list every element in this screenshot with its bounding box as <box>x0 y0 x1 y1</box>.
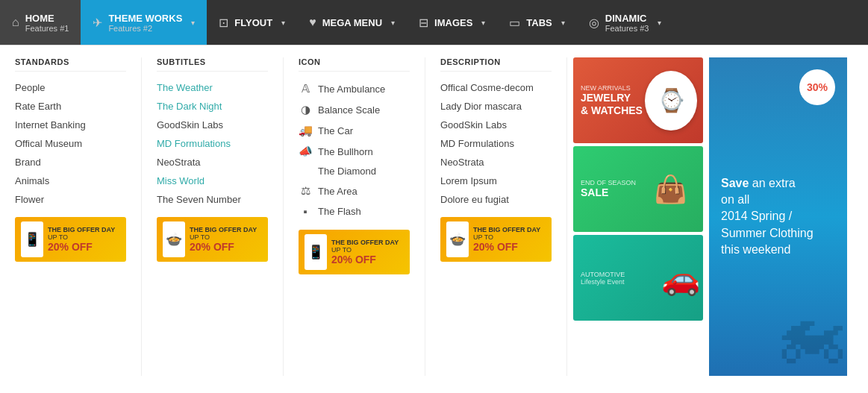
flyout-icon: ⊡ <box>219 16 228 30</box>
plane-icon: ✈ <box>93 16 102 30</box>
col-subtitles: SUBTITLES The Weather The Dark Night Goo… <box>142 57 284 376</box>
standards-animals-link[interactable]: Animals <box>15 175 49 186</box>
chevron-down-icon: ▾ <box>658 19 661 27</box>
list-item: Offical Cosme-decom <box>440 82 552 93</box>
col-description: DESCRIPTION Offical Cosme-decom Lady Dio… <box>425 57 567 376</box>
chevron-down-icon: ▾ <box>191 19 195 27</box>
jewelry-tag: New Arrivals <box>581 84 643 92</box>
watch-icon: ⌚ <box>645 71 697 131</box>
desc-goodskin-link[interactable]: GoodSkin Labs <box>440 119 507 131</box>
area-link[interactable]: The Area <box>318 186 357 197</box>
col-icon-header: ICON <box>299 57 410 72</box>
images-icon: ⊟ <box>419 16 428 30</box>
nav-flyout[interactable]: ⊡ FLYOUT ▾ <box>207 0 297 45</box>
promo-up-to4: UP TO <box>473 233 546 241</box>
desc-dolore-link[interactable]: Dolore eu fugiat <box>440 194 509 205</box>
desc-lorem-link[interactable]: Lorem Ipsum <box>440 175 497 186</box>
subtitles-md-link[interactable]: MD Formulations <box>157 138 231 149</box>
amazon-icon: 𝔸 <box>299 82 312 95</box>
col-description-header: DESCRIPTION <box>440 57 552 72</box>
nav-tabs-main: TABS <box>526 17 552 28</box>
standards-list: People Rate Earth Internet Banking Offic… <box>15 82 126 205</box>
chevron-down-icon: ▾ <box>561 19 565 27</box>
right-banners: New Arrivals JEWELRY& WATCHES ⌚ END OF S… <box>567 57 709 376</box>
promo-percent-off3: 20% OFF <box>331 254 404 265</box>
desc-lady-dior-link[interactable]: Lady Dior mascara <box>440 101 522 112</box>
promo-text: THE BIG OFFER DAY UP TO 20% OFF <box>48 226 120 253</box>
list-item: MD Formulations <box>440 138 552 149</box>
desc-md-link[interactable]: MD Formulations <box>440 138 514 149</box>
promo-banner-standards[interactable]: 📱 THE BIG OFFER DAY UP TO 20% OFF <box>15 217 126 262</box>
diamond-link[interactable]: The Diamond <box>318 166 376 177</box>
scale-icon: ⚖ <box>299 184 312 198</box>
list-item: The Weather <box>157 82 268 93</box>
nav-images-main: IMAGES <box>434 17 472 28</box>
truck-icon: 🚚 <box>299 124 312 137</box>
standards-internet-banking-link[interactable]: Internet Banking <box>15 119 86 131</box>
sale-banner[interactable]: END OF SEASON SALE 👜 <box>573 146 703 232</box>
desc-neostrata-link[interactable]: NeoStrata <box>440 157 484 168</box>
home-icon: ⌂ <box>12 16 19 29</box>
nav-home-sub: Features #1 <box>25 24 69 33</box>
desc-cosme-link[interactable]: Offical Cosme-decom <box>440 82 534 93</box>
list-item: NeoStrata <box>157 157 268 168</box>
standards-rate-earth-link[interactable]: Rate Earth <box>15 101 61 112</box>
ambulance-link[interactable]: The Ambulance <box>318 84 385 95</box>
nav-dinamic[interactable]: ◎ DINAMIC Features #3 ▾ <box>577 0 674 45</box>
list-item: Rate Earth <box>15 101 126 112</box>
promo-percent-off2: 20% OFF <box>190 241 262 253</box>
subtitles-goodskin-link[interactable]: GoodSkin Labs <box>157 119 223 131</box>
promo-text: THE BIG OFFER DAY UP TO 20% OFF <box>190 226 262 253</box>
promo-up-to: UP TO <box>48 233 120 241</box>
bullhorn-link[interactable]: The Bullhorn <box>318 146 373 157</box>
list-item: Brand <box>15 157 126 168</box>
balance-link[interactable]: Balance Scale <box>318 104 380 116</box>
promo-banner-desc[interactable]: 🍲 THE BIG OFFER DAY UP TO 20% OFF <box>440 217 552 262</box>
nav-images[interactable]: ⊟ IMAGES ▾ <box>407 0 497 45</box>
flash-link[interactable]: The Flash <box>318 206 361 217</box>
wide-promo-banner[interactable]: 30% Save an extraon all2014 Spring /Summ… <box>709 57 847 376</box>
list-item: Offical Museum <box>15 138 126 149</box>
square-icon: ▪ <box>299 205 312 218</box>
subtitles-dark-night-link[interactable]: The Dark Night <box>157 101 222 112</box>
nav-tabs[interactable]: ▭ TABS ▾ <box>497 0 576 45</box>
standards-people-link[interactable]: People <box>15 82 45 93</box>
standards-flower-link[interactable]: Flower <box>15 194 44 205</box>
list-item: NeoStrata <box>440 157 552 168</box>
nav-theme-works[interactable]: ✈ THEME WORKS Features #2 ▾ <box>81 0 207 45</box>
promo-percent-off4: 20% OFF <box>473 241 546 253</box>
list-item: GoodSkin Labs <box>440 119 552 131</box>
navbar: ⌂ HOME Features #1 ✈ THEME WORKS Feature… <box>0 0 868 45</box>
subtitles-neostrata-link[interactable]: NeoStrata <box>157 157 201 168</box>
circle-half-icon: ◑ <box>299 103 312 116</box>
icon-item-ambulance: 𝔸 The Ambulance <box>299 82 410 95</box>
car-link[interactable]: The Car <box>318 125 353 136</box>
subtitles-weather-link[interactable]: The Weather <box>157 82 213 93</box>
nav-theme-works-main: THEME WORKS <box>108 13 182 24</box>
nav-home[interactable]: ⌂ HOME Features #1 <box>0 0 81 45</box>
nav-mega-menu[interactable]: ♥ MEGA MENU ▾ <box>297 0 407 45</box>
promo-banner-subtitles[interactable]: 🍲 THE BIG OFFER DAY UP TO 20% OFF <box>157 217 268 262</box>
list-item: Internet Banking <box>15 119 126 131</box>
list-item: Lorem Ipsum <box>440 175 552 186</box>
promo-text3: THE BIG OFFER DAY UP TO 20% OFF <box>331 239 404 265</box>
chevron-down-icon: ▾ <box>391 19 395 27</box>
jewelry-banner[interactable]: New Arrivals JEWELRY& WATCHES ⌚ <box>573 57 703 143</box>
promo-big-offer: THE BIG OFFER DAY <box>48 226 120 233</box>
list-item: People <box>15 82 126 93</box>
sale-text: END OF SEASON SALE <box>581 179 636 199</box>
wide-banner-text: Save an extraon all2014 Spring /Summer C… <box>721 175 835 259</box>
list-item: Animals <box>15 175 126 186</box>
standards-offical-museum-link[interactable]: Offical Museum <box>15 138 82 149</box>
auto-banner[interactable]: AUTOMOTIVE Lifestyle Event 🚗 <box>573 235 703 321</box>
standards-brand-link[interactable]: Brand <box>15 157 41 168</box>
mega-menu-panel: STANDARDS People Rate Earth Internet Ban… <box>0 45 868 388</box>
jewelry-title: JEWELRY& WATCHES <box>581 92 643 117</box>
list-item: Miss World <box>157 175 268 186</box>
promo-big-offer3: THE BIG OFFER DAY <box>331 239 404 246</box>
subtitles-miss-world-link[interactable]: Miss World <box>157 175 204 186</box>
list-item: The Dark Night <box>157 101 268 112</box>
icon-item-flash: ▪ The Flash <box>299 205 410 218</box>
subtitles-seven-number-link[interactable]: The Seven Number <box>157 194 241 205</box>
promo-banner-icon[interactable]: 📱 THE BIG OFFER DAY UP TO 20% OFF <box>299 230 410 274</box>
